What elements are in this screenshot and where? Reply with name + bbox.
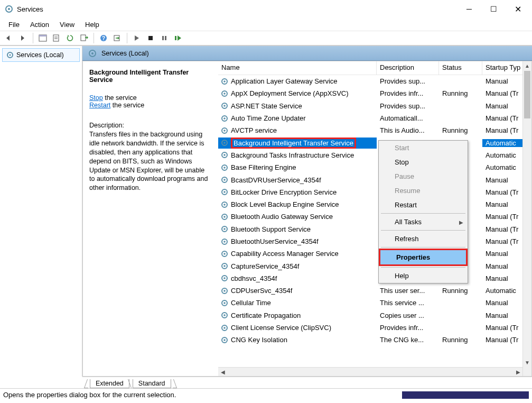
scroll-left-icon[interactable]: ◀ (218, 369, 227, 375)
scroll-down-icon[interactable]: ▼ (523, 358, 531, 367)
show-hide-tree-button[interactable] (36, 32, 49, 44)
svg-rect-11 (148, 36, 153, 40)
title-bar: Services ─ ☐ ✕ (0, 0, 532, 18)
service-row[interactable]: Background Tasks Infrastructure ServiceA… (218, 149, 531, 161)
gear-icon (220, 262, 229, 270)
ctx-pause: Pause (379, 169, 468, 184)
start-service-button[interactable] (130, 32, 143, 44)
service-row[interactable]: CNG Key IsolationThe CNG ke...RunningMan… (218, 334, 531, 346)
service-row[interactable]: BitLocker Drive Encryption ServiceManual… (218, 186, 531, 198)
service-row[interactable]: AppX Deployment Service (AppXSVC)Provide… (218, 87, 531, 99)
back-button[interactable] (3, 32, 16, 44)
svg-point-63 (223, 339, 226, 341)
column-name[interactable]: Name (218, 61, 377, 75)
svg-point-49 (223, 253, 226, 255)
restart-link[interactable]: Restart (89, 102, 110, 109)
service-row[interactable]: BluetoothUserService_4354fManual (Tr (218, 235, 531, 248)
tab-standard[interactable]: Standard (133, 379, 171, 388)
scroll-up-icon[interactable]: ▲ (523, 61, 531, 70)
vertical-scrollbar[interactable]: ▲ ▼ (522, 61, 531, 376)
service-row[interactable]: Block Level Backup Engine ServiceManual (218, 198, 531, 210)
tree-root-label: Services (Local) (16, 51, 64, 59)
stop-link[interactable]: Stop (89, 94, 103, 102)
svg-point-55 (223, 290, 226, 292)
menu-view[interactable]: View (55, 20, 79, 30)
maximize-button[interactable]: ☐ (481, 1, 506, 17)
horizontal-scrollbar[interactable]: ◀ ▶ (218, 367, 522, 376)
export-button[interactable] (78, 32, 90, 44)
gear-icon (220, 299, 229, 307)
svg-point-37 (223, 179, 226, 181)
pane-title: Services (Local) (101, 50, 149, 57)
service-row[interactable]: ASP.NET State ServiceProvides sup...Manu… (218, 100, 531, 112)
ctx-help[interactable]: Help (379, 269, 468, 283)
svg-rect-12 (162, 36, 164, 40)
gear-icon (220, 176, 229, 184)
svg-point-43 (223, 216, 226, 218)
service-row[interactable]: CaptureService_4354fManual (218, 260, 531, 272)
minimize-button[interactable]: ─ (457, 1, 481, 17)
help-button[interactable]: ? (97, 32, 110, 44)
column-description[interactable]: Description (377, 61, 439, 75)
gear-icon (220, 250, 229, 258)
svg-rect-3 (39, 35, 46, 36)
action-button[interactable] (111, 32, 124, 44)
description-text: Transfers files in the background using … (89, 130, 212, 193)
column-startup[interactable]: Startup Typ (482, 61, 528, 75)
svg-rect-13 (165, 36, 166, 40)
gear-icon (220, 336, 229, 344)
ctx-refresh[interactable]: Refresh (379, 232, 468, 246)
service-row[interactable]: Background Intelligent Transfer ServiceA… (218, 136, 531, 149)
service-row[interactable]: BcastDVRUserService_4354fManual (218, 173, 531, 186)
forward-button[interactable] (17, 32, 30, 44)
tree-pane: Services (Local) (0, 46, 82, 377)
svg-point-61 (223, 327, 226, 329)
service-row[interactable]: Cellular TimeThis service ...Manual (218, 297, 531, 309)
svg-point-57 (223, 302, 226, 304)
gear-icon (220, 89, 229, 98)
main-content: Services (Local) Services (Local) Backgr… (0, 45, 532, 377)
submenu-arrow-icon: ▶ (459, 219, 463, 225)
service-row[interactable]: Base Filtering EngineAutomatic (218, 161, 531, 173)
service-row[interactable]: Auto Time Zone UpdaterAutomaticall...Man… (218, 112, 531, 124)
svg-point-21 (223, 80, 226, 83)
ctx-properties[interactable]: Properties (379, 249, 468, 266)
service-row[interactable]: Bluetooth Support ServiceManual (Tr (218, 223, 531, 235)
svg-rect-14 (175, 36, 176, 40)
scroll-thumb[interactable] (524, 71, 530, 118)
svg-point-41 (223, 204, 226, 206)
service-row[interactable]: Application Layer Gateway ServiceProvide… (218, 75, 531, 87)
service-row[interactable]: AVCTP serviceThis is Audio...RunningManu… (218, 124, 531, 136)
gear-icon (220, 213, 229, 221)
ctx-all-tasks[interactable]: All Tasks▶ (379, 215, 468, 229)
svg-point-23 (223, 93, 226, 95)
selected-service-name: Background Intelligent Transfer Service (89, 69, 212, 84)
ctx-restart[interactable]: Restart (379, 198, 468, 212)
svg-point-33 (223, 154, 226, 157)
toolbar: ? (0, 31, 532, 45)
menu-file[interactable]: File (4, 20, 24, 30)
menu-action[interactable]: Action (26, 20, 53, 30)
stop-service-button[interactable] (144, 32, 157, 44)
service-row[interactable]: Client License Service (ClipSVC)Provides… (218, 322, 531, 334)
service-row[interactable]: Certificate PropagationCopies user ...Ma… (218, 309, 531, 322)
menu-help[interactable]: Help (81, 20, 104, 30)
service-row[interactable]: Capability Access Manager ServiceManual (218, 248, 531, 260)
gear-icon (220, 151, 229, 159)
ctx-stop[interactable]: Stop (379, 155, 468, 169)
scroll-right-icon[interactable]: ▶ (514, 369, 522, 375)
restart-service-button[interactable] (172, 32, 184, 44)
tab-extended[interactable]: Extended (90, 379, 129, 388)
close-button[interactable]: ✕ (506, 1, 530, 17)
svg-point-31 (223, 142, 226, 144)
column-status[interactable]: Status (439, 61, 482, 75)
pause-service-button[interactable] (158, 32, 171, 44)
service-row[interactable]: CDPUserSvc_4354fThis user ser...RunningA… (218, 285, 531, 297)
tree-root-item[interactable]: Services (Local) (2, 48, 80, 62)
refresh-button[interactable] (64, 32, 77, 44)
properties-button[interactable] (50, 32, 63, 44)
service-row[interactable]: Bluetooth Audio Gateway ServiceManual (T… (218, 210, 531, 223)
svg-rect-4 (53, 35, 59, 41)
pane-header: Services (Local) (82, 46, 532, 61)
service-row[interactable]: cbdhsvc_4354fManual (218, 272, 531, 285)
